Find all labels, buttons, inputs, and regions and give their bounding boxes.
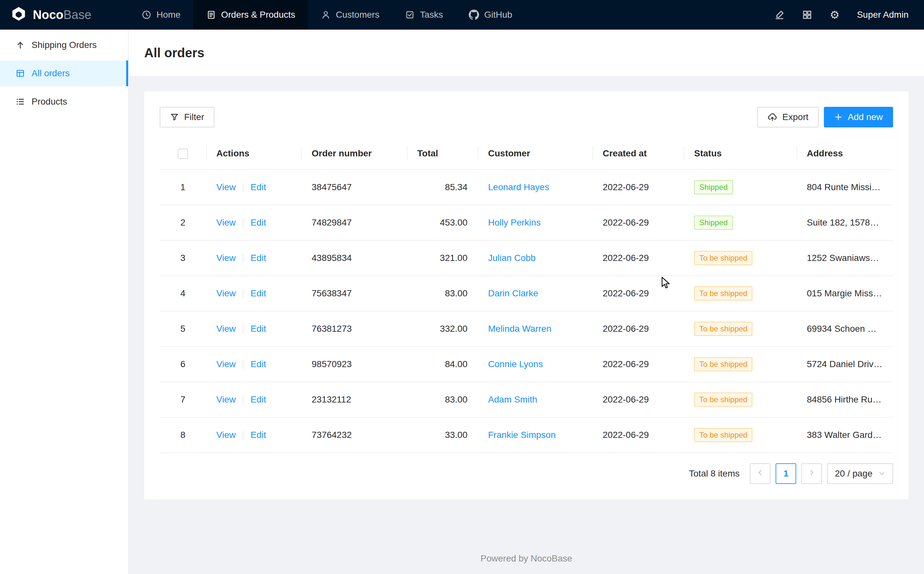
sidebar-item-label: Shipping Orders [32,40,96,50]
total-cell: 33.00 [407,417,478,453]
status-badge: Shipped [694,216,733,230]
address-cell: 383 Walter Gardens, Suite 040, 24947, Be… [796,417,893,453]
filter-button-label: Filter [184,112,204,122]
edit-link[interactable]: Edit [251,359,266,369]
filter-button[interactable]: Filter [160,107,215,128]
view-link[interactable]: View [216,394,236,404]
row-index: 3 [180,253,185,263]
total-cell: 84.00 [407,347,478,382]
table-row: 5ViewEdit76381273332.00Melinda Warren202… [160,311,893,347]
home-icon [142,10,151,20]
column-header-order-number: Order number [301,138,407,170]
edit-link[interactable]: Edit [251,324,266,334]
toolbar-right: Export Add new [757,107,893,128]
customer-link[interactable]: Holly Perkins [488,218,540,227]
orders-table: ActionsOrder numberTotalCustomerCreated … [160,138,893,453]
customers-icon [321,10,331,20]
created-at-cell: 2022-06-29 [592,276,684,311]
table-row: 4ViewEdit7563834783.00Darin Clarke2022-0… [160,276,893,311]
plus-icon [834,113,843,121]
view-link[interactable]: View [216,430,236,440]
settings-gear-icon[interactable]: ⚙ [830,9,839,20]
add-new-button[interactable]: Add new [824,107,893,128]
user-menu[interactable]: Super Admin [857,9,908,20]
customer-link[interactable]: Frankie Simpson [488,430,556,440]
nav-item-tasks[interactable]: Tasks [392,0,456,30]
table-header-row: ActionsOrder numberTotalCustomerCreated … [160,138,893,170]
sidebar-item-products[interactable]: Products [0,89,128,115]
status-badge: To be shipped [694,286,752,301]
customer-link[interactable]: Adam Smith [488,394,537,404]
top-nav: HomeOrders & ProductsCustomersTasksGitHu… [129,0,774,30]
edit-link[interactable]: Edit [251,430,266,440]
column-header-address: Address [796,138,893,170]
action-divider [243,289,243,298]
edit-link[interactable]: Edit [251,218,266,227]
prev-page-button[interactable] [750,463,771,484]
order-number-cell: 43895834 [301,240,407,276]
view-link[interactable]: View [216,218,236,227]
total-cell: 321.00 [407,240,478,276]
pagination: Total 8 items 1 20 / page [160,463,893,484]
sidebar-item-shipping-orders[interactable]: Shipping Orders [0,32,128,58]
ui-editor-highlighter-icon[interactable] [774,9,785,20]
view-link[interactable]: View [216,288,236,298]
order-number-cell: 73764232 [301,417,407,453]
page-size-select[interactable]: 20 / page [827,463,893,484]
order-number-cell: 23132112 [301,382,407,417]
chevron-left-icon [756,468,764,479]
nav-item-customers[interactable]: Customers [308,0,392,30]
edit-link[interactable]: Edit [251,288,266,298]
column-header-total: Total [407,138,478,170]
chevron-right-icon [808,468,815,479]
select-all-header-cell [160,138,206,170]
edit-link[interactable]: Edit [251,253,266,263]
orders-card: Filter Export [144,91,908,499]
export-icon [768,112,777,122]
action-divider [243,254,243,263]
table-row: 3ViewEdit43895834321.00Julian Cobb2022-0… [160,240,893,276]
edit-link[interactable]: Edit [251,182,266,192]
view-link[interactable]: View [216,324,236,334]
page-number-button[interactable]: 1 [776,463,796,484]
table-row: 1ViewEdit3847564785.34Leonard Hayes2022-… [160,170,893,205]
created-at-cell: 2022-06-29 [592,347,684,382]
customer-link[interactable]: Connie Lyons [488,359,543,369]
nav-item-home[interactable]: Home [129,0,193,30]
row-index: 6 [180,359,185,369]
column-header-status: Status [684,138,796,170]
table-row: 2ViewEdit74829847453.00Holly Perkins2022… [160,205,893,240]
row-index: 8 [180,430,185,440]
address-cell: Suite 182, 15783, North Robert, Oregon, … [796,205,893,240]
created-at-cell: 2022-06-29 [592,170,684,205]
action-divider [243,183,243,192]
sidebar-item-label: All orders [32,68,69,79]
customer-link[interactable]: Julian Cobb [488,253,536,263]
export-button[interactable]: Export [757,107,819,128]
address-cell: 5724 Daniel Drive, Suite 563, 54403, Wen… [796,347,893,382]
nav-item-github[interactable]: GitHub [456,0,525,30]
view-link[interactable]: View [216,182,236,192]
total-cell: 453.00 [407,205,478,240]
nocobase-logo[interactable]: NocoBase [0,0,129,30]
page-title: All orders [144,44,908,62]
brand-noco: Noco [33,8,63,22]
sidebar-item-label: Products [32,96,67,107]
total-cell: 85.34 [407,170,478,205]
next-page-button[interactable] [801,463,822,484]
customer-link[interactable]: Melinda Warren [488,324,551,334]
edit-link[interactable]: Edit [251,394,266,404]
nav-item-orders-products[interactable]: Orders & Products [193,0,308,30]
action-divider [243,218,243,227]
list-icon [16,97,25,107]
plugin-blocks-icon[interactable] [802,9,812,20]
customer-link[interactable]: Leonard Hayes [488,182,549,192]
view-link[interactable]: View [216,253,236,263]
page-size-value: 20 / page [835,468,872,479]
view-link[interactable]: View [216,359,236,369]
select-all-checkbox[interactable] [178,149,188,159]
status-badge: To be shipped [694,393,752,407]
customer-link[interactable]: Darin Clarke [488,288,538,298]
sidebar-item-all-orders[interactable]: All orders [0,60,128,86]
nav-item-label: Tasks [420,9,443,20]
